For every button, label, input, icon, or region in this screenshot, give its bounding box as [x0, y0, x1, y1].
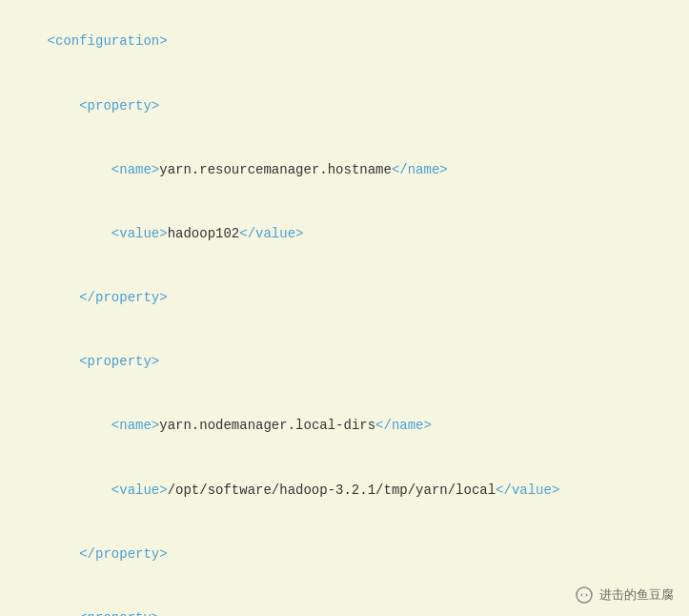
code-viewer: <configuration> <property> <name>yarn.re… — [0, 0, 689, 616]
tag-name-1: <name> — [111, 162, 159, 177]
tag-open-property-3: <property> — [79, 610, 159, 616]
tag-open-property-1: <property> — [79, 98, 159, 113]
tag-close-property-2: </property> — [79, 546, 167, 562]
watermark-text: 进击的鱼豆腐 — [599, 586, 674, 604]
tag-value-2: <value> — [111, 483, 168, 498]
tag-close-property-1: </property> — [79, 290, 167, 305]
line-7: <name>yarn.nodemanager.local-dirs</name> — [15, 394, 674, 458]
line-6: <property> — [15, 330, 674, 394]
tag-open-configuration: <configuration> — [48, 33, 168, 49]
tag-name-2: <name> — [111, 418, 159, 433]
watermark: 进击的鱼豆腐 — [575, 585, 674, 605]
tag-value-1: <value> — [111, 226, 168, 241]
tag-open-property-2: <property> — [79, 354, 159, 369]
line-9: </property> — [15, 522, 674, 585]
line-5: </property> — [15, 266, 674, 330]
line-1: <configuration> — [15, 10, 674, 73]
watermark-icon — [575, 585, 594, 605]
line-2: <property> — [15, 73, 674, 137]
line-3: <name>yarn.resourcemanager.hostname</nam… — [15, 137, 674, 201]
svg-point-1 — [582, 593, 586, 597]
line-8: <value>/opt/software/hadoop-3.2.1/tmp/ya… — [15, 458, 674, 522]
line-4: <value>hadoop102</value> — [15, 202, 674, 266]
